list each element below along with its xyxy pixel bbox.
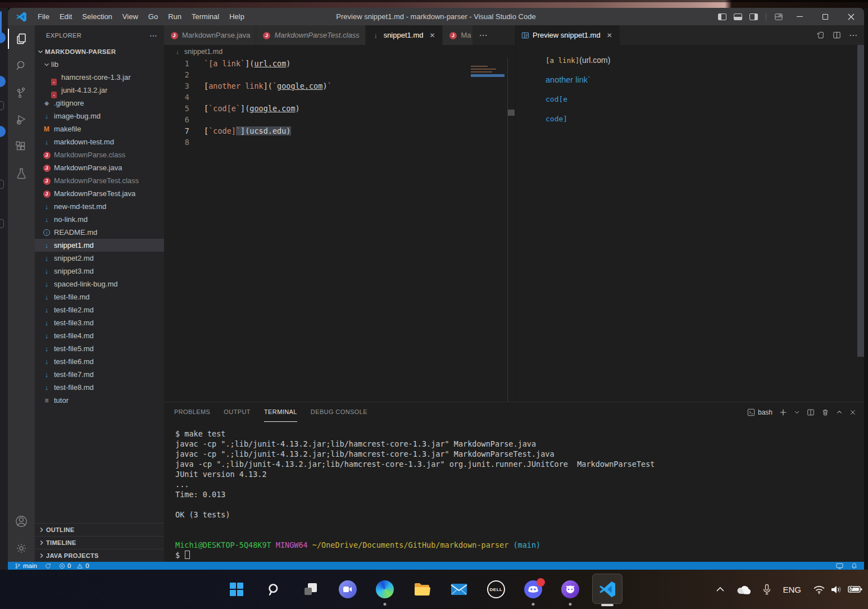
panel-tab-debug-console[interactable]: DEBUG CONSOLE [311,402,367,422]
kill-terminal-trash-icon[interactable] [821,408,829,416]
file-spaced-link-bug.md[interactable]: ↓spaced-link-bug.md [35,278,164,290]
workspace-root-folder[interactable]: MARKDOWN-PARSER [35,45,164,58]
file-test-file.md[interactable]: ↓test-file.md [35,290,164,303]
menu-view[interactable]: View [117,8,143,25]
file-test-file6.md[interactable]: ↓test-file6.md [35,355,164,368]
minimize-button[interactable] [787,8,812,25]
file-no-link.md[interactable]: ↓no-link.md [35,213,164,226]
sidebar-section-timeline[interactable]: TIMELINE [35,536,164,549]
file-hamcrest-core-1.3.jar[interactable]: hamcrest-core-1.3.jar [35,71,164,84]
editor-more-actions-button[interactable]: ⋯ [473,25,493,45]
screencast-icon[interactable] [836,563,843,569]
file-test-file2.md[interactable]: ↓test-file2.md [35,303,164,316]
file-test-file8.md[interactable]: ↓test-file8.md [35,381,164,394]
toggle-secondary-sidebar-button[interactable] [746,8,761,25]
taskbar-github-desktop-button[interactable] [552,570,589,609]
tab-ma[interactable]: JMa [443,25,473,45]
code-line-2[interactable]: 2 [164,69,515,80]
problems-indicator[interactable]: 0 0 [59,562,89,569]
more-actions-icon[interactable]: ⋯ [849,30,857,40]
close-tab-icon[interactable]: ✕ [605,31,614,39]
split-terminal-icon[interactable] [807,408,815,416]
file-MarkdownParse.java[interactable]: JMarkdownParse.java [35,161,164,174]
tray-chevron-up-icon[interactable] [716,587,725,592]
code-line-6[interactable]: 6 [164,114,515,125]
tab-preview-snippet1[interactable]: Preview snippet1.md ✕ [516,25,620,45]
network-volume-battery-group[interactable] [813,585,862,594]
file-new-md-test.md[interactable]: ↓new-md-test.md [35,200,164,213]
title-bar[interactable]: FileEditSelectionViewGoRunTerminalHelp P… [8,8,864,25]
terminal-shell-selector[interactable]: bash [747,408,772,416]
panel-tab-terminal[interactable]: TERMINAL [264,402,297,422]
activity-explorer[interactable] [8,25,35,52]
preview-scrollbar[interactable] [857,45,864,357]
taskbar-edge-button[interactable] [366,570,403,609]
code-line-1[interactable]: 1`[a link`](url.com) [164,58,515,69]
file-lib[interactable]: lib [35,58,164,71]
taskbar-search-button[interactable] [255,570,292,609]
code-line-7[interactable]: 7[`code]`](ucsd.edu) [164,125,515,137]
file-MarkdownParseTest.class[interactable]: JMarkdownParseTest.class [35,174,164,187]
activity-source-control[interactable] [8,79,35,106]
file-test-file4.md[interactable]: ↓test-file4.md [35,329,164,342]
taskbar-vscode-button[interactable] [589,570,626,609]
menu-help[interactable]: Help [224,8,249,25]
markdown-preview[interactable]: [a link](url.com)another link`cod[ecode] [516,45,864,402]
activity-accounts[interactable] [8,508,35,535]
tab-markdownparse-java[interactable]: JMarkdownParse.java [164,25,256,45]
code-line-8[interactable]: 8 [164,137,515,148]
tab-snippet1-md[interactable]: ↓snippet1.md✕ [366,25,443,45]
toggle-panel-button[interactable] [730,8,746,25]
code-editor[interactable]: 1`[a link`](url.com)2 3[another link](`g… [164,58,515,402]
editor-scrollbar-thumb[interactable] [508,110,515,116]
file-snippet1.md[interactable]: ↓snippet1.md [35,239,164,252]
terminal-dropdown-icon[interactable] [794,409,800,415]
code-line-5[interactable]: 5[`cod[e`](google.com) [164,103,515,114]
panel-tab-output[interactable]: OUTPUT [224,402,251,422]
file-README.md[interactable]: iREADME.md [35,226,164,239]
menu-edit[interactable]: Edit [54,8,77,25]
minimap[interactable] [471,66,507,79]
editor-scrollbar[interactable] [507,58,515,402]
file-MarkdownParse.class[interactable]: JMarkdownParse.class [35,148,164,161]
file-test-file3.md[interactable]: ↓test-file3.md [35,316,164,329]
sidebar-section-outline[interactable]: OUTLINE [35,523,164,536]
file-test-file7.md[interactable]: ↓test-file7.md [35,368,164,381]
taskbar-discord-button[interactable] [515,570,552,609]
breadcrumb[interactable]: ↓ snippet1.md [164,45,515,58]
sync-button[interactable] [45,563,51,569]
menu-go[interactable]: Go [143,8,163,25]
terminal-input-line[interactable]: $ [175,550,864,560]
file-junit-4.13.2.jar[interactable]: junit-4.13.2.jar [35,84,164,97]
preview-link[interactable]: another link` [546,75,590,84]
code-line-3[interactable]: 3[another link](`google.com)` [164,80,515,92]
panel-tab-problems[interactable]: PROBLEMS [174,402,210,422]
menu-run[interactable]: Run [163,8,187,25]
file-MarkdownParseTest.java[interactable]: JMarkdownParseTest.java [35,187,164,200]
activity-extensions[interactable] [8,133,35,160]
tab-markdownparsetest-class[interactable]: JMarkdownParseTest.class [256,25,365,45]
show-source-icon[interactable] [816,31,825,39]
file-snippet3.md[interactable]: ↓snippet3.md [35,265,164,278]
microphone-icon[interactable] [763,584,771,595]
file-makefile[interactable]: Mmakefile [35,122,164,135]
menu-file[interactable]: File [33,8,54,25]
file-tutor[interactable]: ≡tutor [35,394,164,407]
menu-terminal[interactable]: Terminal [187,8,224,25]
toggle-sidebar-button[interactable] [714,8,730,25]
new-terminal-icon[interactable] [779,408,787,416]
file-markdown-test.md[interactable]: ↓markdown-test.md [35,135,164,148]
preview-link[interactable]: cod[e [546,95,567,103]
menu-selection[interactable]: Selection [77,8,117,25]
taskbar-dell-button[interactable]: DELL [478,570,515,609]
taskbar-task-view-button[interactable] [292,570,329,609]
file-snippet2.md[interactable]: ↓snippet2.md [35,252,164,265]
close-panel-icon[interactable] [849,409,856,416]
taskbar-file-explorer-button[interactable] [403,570,440,609]
notifications-bell-icon[interactable] [851,562,857,569]
activity-run-debug[interactable] [8,106,35,133]
split-editor-icon[interactable] [833,31,841,39]
activity-testing[interactable] [8,160,35,187]
language-indicator[interactable]: ENG [783,585,801,594]
terminal[interactable]: $ make testjavac -cp ".;lib/junit-4.13.2… [164,422,864,562]
